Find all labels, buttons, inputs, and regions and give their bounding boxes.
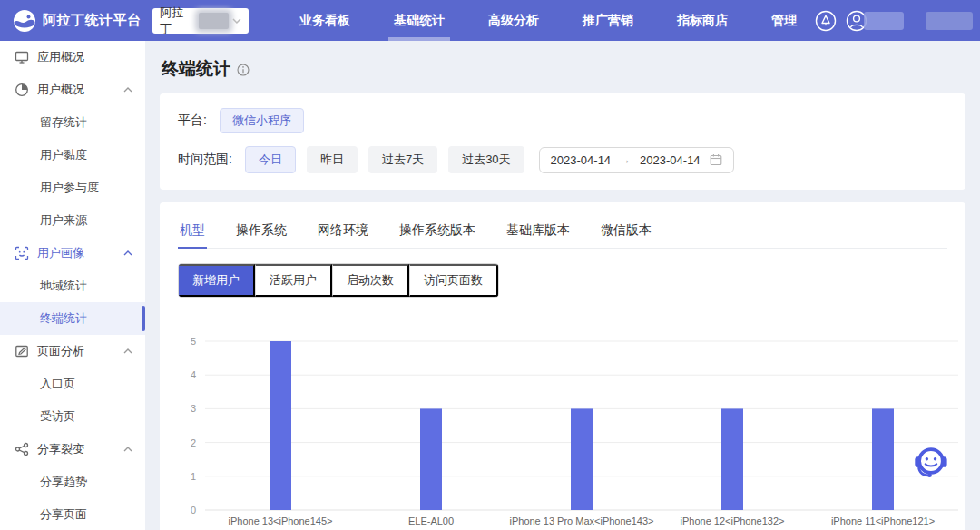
bar-chart-area: 012345iPhone 13<iPhone145>ELE-AL00iPhone… bbox=[178, 325, 947, 530]
sidebar-item-visited-page[interactable]: 受访页 bbox=[0, 400, 145, 433]
brand: 阿拉丁统计平台 bbox=[0, 9, 147, 33]
sidebar-item-share-trend[interactable]: 分享趋势 bbox=[0, 466, 145, 498]
x-axis-label: ELE-AL00 bbox=[408, 515, 454, 526]
app-selector-dropdown[interactable]: 阿拉丁 bbox=[152, 8, 249, 34]
y-axis-tick: 1 bbox=[191, 471, 196, 482]
x-axis-label: iPhone 13 Pro Max<iPhone143> bbox=[509, 515, 653, 526]
page-edit-icon bbox=[15, 344, 29, 358]
share-icon bbox=[15, 442, 29, 456]
pie-chart-icon bbox=[15, 83, 29, 97]
redacted-username bbox=[864, 12, 904, 30]
chevron-up-icon bbox=[123, 446, 132, 453]
preset-today-button[interactable]: 今日 bbox=[245, 146, 296, 173]
platform-label: 平台: bbox=[178, 113, 207, 129]
date-range-picker[interactable]: 2023-04-14 → 2023-04-14 bbox=[539, 147, 734, 173]
sidebar-item-app-overview[interactable]: 应用概况 bbox=[0, 41, 145, 74]
metric-new-users-button[interactable]: 新增用户 bbox=[179, 264, 255, 297]
sidebar-item-user-overview[interactable]: 用户概况 bbox=[0, 74, 145, 106]
filter-panel: 平台: 微信小程序 时间范围: 今日 昨日 过去7天 过去30天 2023-04… bbox=[160, 93, 965, 190]
sidebar-item-label: 应用概况 bbox=[37, 49, 84, 65]
monitor-icon bbox=[15, 50, 29, 64]
redacted-text bbox=[199, 13, 230, 29]
customer-support-icon[interactable] bbox=[911, 443, 949, 481]
tab-base-lib-version[interactable]: 基础库版本 bbox=[505, 215, 572, 248]
chevron-up-icon bbox=[123, 86, 132, 93]
nav-item-promotion[interactable]: 推广营销 bbox=[564, 0, 652, 41]
bar[interactable] bbox=[872, 408, 894, 510]
bar-chart: 012345iPhone 13<iPhone145>ELE-AL00iPhone… bbox=[178, 325, 964, 530]
y-axis-tick: 2 bbox=[191, 437, 196, 448]
metric-active-users-button[interactable]: 活跃用户 bbox=[255, 264, 332, 297]
bar[interactable] bbox=[420, 408, 442, 510]
date-start: 2023-04-14 bbox=[551, 153, 612, 167]
nav-item-basic-stats[interactable]: 基础统计 bbox=[376, 0, 463, 41]
metric-switcher: 新增用户 活跃用户 启动次数 访问页面数 bbox=[178, 263, 499, 298]
terminal-stats-panel: 机型 操作系统 网络环境 操作系统版本 基础库版本 微信版本 新增用户 活跃用户… bbox=[160, 202, 965, 530]
info-icon[interactable] bbox=[237, 64, 250, 76]
aladdin-logo-icon bbox=[13, 9, 36, 33]
chevron-up-icon bbox=[123, 250, 132, 257]
dimension-tabs: 机型 操作系统 网络环境 操作系统版本 基础库版本 微信版本 bbox=[178, 202, 947, 249]
sidebar: 应用概况 用户概况 留存统计 用户黏度 用户参与度 用户来源 用户画像 地域统计… bbox=[0, 41, 145, 530]
nav-menu: 业务看板 基础统计 高级分析 推广营销 指标商店 管理 bbox=[281, 0, 815, 41]
sidebar-item-share-fission[interactable]: 分享裂变 bbox=[0, 433, 145, 466]
nav-right bbox=[815, 10, 980, 32]
notification-bell-icon[interactable] bbox=[815, 10, 837, 32]
y-axis-tick: 3 bbox=[191, 403, 196, 414]
date-end: 2023-04-14 bbox=[640, 153, 701, 167]
x-axis-label: iPhone 13<iPhone145> bbox=[229, 515, 333, 526]
preset-last7days-button[interactable]: 过去7天 bbox=[368, 146, 437, 173]
x-axis-label: iPhone 12<iPhone132> bbox=[681, 515, 785, 526]
nav-item-dashboard[interactable]: 业务看板 bbox=[281, 0, 368, 41]
app-selector-value: 阿拉丁 bbox=[160, 5, 195, 37]
tab-network[interactable]: 网络环境 bbox=[316, 215, 370, 248]
sidebar-item-user-stickiness[interactable]: 用户黏度 bbox=[0, 139, 145, 172]
top-navbar: 阿拉丁统计平台 阿拉丁 业务看板 基础统计 高级分析 推广营销 指标商店 管理 bbox=[0, 0, 980, 41]
sidebar-item-retention-stats[interactable]: 留存统计 bbox=[0, 106, 145, 139]
brand-name: 阿拉丁统计平台 bbox=[43, 12, 142, 29]
bar[interactable] bbox=[571, 408, 593, 510]
nav-item-advanced-analysis[interactable]: 高级分析 bbox=[470, 0, 557, 41]
y-axis-tick: 5 bbox=[191, 336, 196, 347]
x-axis-label: iPhone 11<iPhone121> bbox=[831, 515, 935, 526]
sidebar-item-entry-page[interactable]: 入口页 bbox=[0, 368, 145, 400]
tab-os-version[interactable]: 操作系统版本 bbox=[397, 215, 477, 248]
preset-yesterday-button[interactable]: 昨日 bbox=[307, 146, 358, 173]
bar[interactable] bbox=[721, 408, 743, 510]
sidebar-item-user-portrait[interactable]: 用户画像 bbox=[0, 237, 145, 270]
metric-launch-count-button[interactable]: 启动次数 bbox=[332, 264, 409, 297]
face-scan-icon bbox=[15, 246, 29, 260]
metric-page-views-button[interactable]: 访问页面数 bbox=[409, 264, 498, 297]
sidebar-item-terminal-stats[interactable]: 终端统计 bbox=[0, 302, 145, 335]
tab-os[interactable]: 操作系统 bbox=[234, 215, 289, 248]
nav-item-metric-store[interactable]: 指标商店 bbox=[659, 0, 746, 41]
sidebar-item-region-stats[interactable]: 地域统计 bbox=[0, 270, 145, 302]
preset-last30days-button[interactable]: 过去30天 bbox=[448, 146, 524, 173]
page-title: 终端统计 bbox=[162, 57, 230, 81]
sidebar-item-share-page[interactable]: 分享页面 bbox=[0, 498, 145, 530]
y-axis-tick: 4 bbox=[191, 369, 196, 380]
y-axis-tick: 0 bbox=[191, 505, 196, 515]
redacted-account bbox=[926, 12, 973, 30]
sidebar-item-user-source[interactable]: 用户来源 bbox=[0, 204, 145, 237]
main-content: 终端统计 平台: 微信小程序 时间范围: 今日 昨日 过去7天 过去30天 20… bbox=[145, 41, 980, 530]
date-range-arrow: → bbox=[620, 153, 631, 166]
tab-device-model[interactable]: 机型 bbox=[178, 215, 207, 248]
sidebar-item-label: 用户概况 bbox=[37, 82, 84, 98]
tab-wechat-version[interactable]: 微信版本 bbox=[599, 215, 653, 248]
calendar-icon bbox=[710, 153, 722, 166]
sidebar-item-user-engagement[interactable]: 用户参与度 bbox=[0, 172, 145, 204]
chevron-up-icon bbox=[123, 348, 132, 355]
bar[interactable] bbox=[270, 341, 291, 510]
platform-wechat-miniprogram-button[interactable]: 微信小程序 bbox=[220, 108, 304, 133]
chevron-down-icon bbox=[232, 18, 241, 24]
nav-item-admin[interactable]: 管理 bbox=[753, 0, 815, 41]
time-range-label: 时间范围: bbox=[178, 152, 232, 168]
sidebar-item-page-analysis[interactable]: 页面分析 bbox=[0, 335, 145, 368]
